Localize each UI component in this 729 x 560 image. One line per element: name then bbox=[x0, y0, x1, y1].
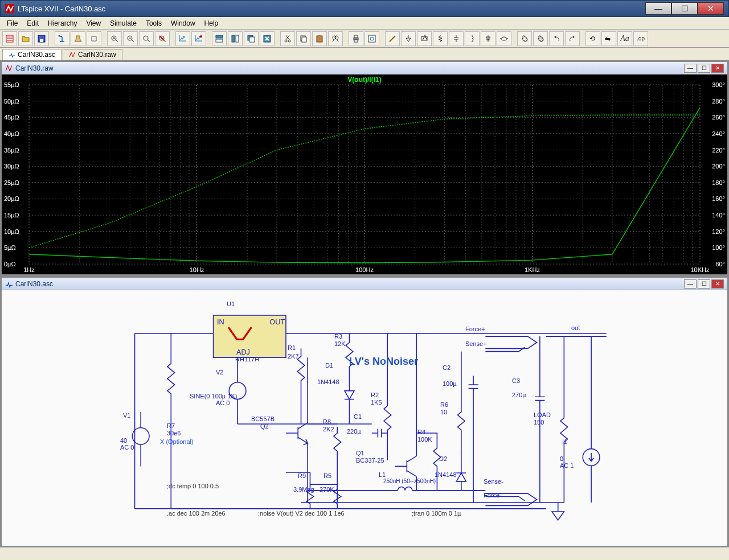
menu-window[interactable]: Window bbox=[166, 18, 200, 28]
menu-tools[interactable]: Tools bbox=[141, 18, 166, 28]
part-ref[interactable]: C3 bbox=[512, 377, 520, 384]
mdi-close-button[interactable]: ✕ bbox=[711, 279, 724, 289]
autorange-icon[interactable] bbox=[175, 31, 190, 46]
close-win-icon[interactable] bbox=[260, 31, 275, 46]
schematic-canvas[interactable]: IN OUT ADJ LV's NoNoiser U1 RH117H V2 SI… bbox=[2, 290, 727, 546]
part-value[interactable]: 2K2 bbox=[323, 426, 334, 433]
part-ref[interactable]: R3 bbox=[334, 333, 342, 340]
tab-schematic[interactable]: CarlN30.asc bbox=[2, 49, 62, 60]
spice-directive-icon[interactable]: .op bbox=[633, 31, 648, 46]
new-schematic-icon[interactable] bbox=[2, 31, 17, 46]
net-label[interactable]: Force+ bbox=[465, 326, 485, 332]
part-value[interactable]: 40 bbox=[120, 437, 127, 444]
part-value[interactable]: RH117H bbox=[235, 356, 259, 363]
drag-icon[interactable] bbox=[533, 31, 548, 46]
part-ref[interactable]: C1 bbox=[354, 413, 362, 420]
part-value[interactable]: 3.9Meg bbox=[293, 486, 314, 493]
diode-icon[interactable] bbox=[481, 31, 495, 46]
menu-edit[interactable]: Edit bbox=[22, 18, 43, 28]
ground-icon[interactable] bbox=[401, 31, 416, 46]
save-icon[interactable] bbox=[34, 31, 49, 46]
print-icon[interactable] bbox=[349, 31, 363, 46]
menu-hierarchy[interactable]: Hierarchy bbox=[43, 18, 81, 28]
tile-v-icon[interactable] bbox=[228, 31, 243, 46]
menu-file[interactable]: File bbox=[2, 18, 22, 28]
part-ref[interactable]: V2 bbox=[216, 369, 223, 376]
part-value[interactable]: 2K7 bbox=[288, 353, 299, 360]
part-ref[interactable]: Q1 bbox=[356, 450, 364, 456]
part-value[interactable]: 150 bbox=[534, 419, 544, 426]
tab-waveform[interactable]: CarlN30.raw bbox=[63, 49, 122, 60]
part-ref[interactable]: Q2 bbox=[260, 423, 269, 430]
spice-directive[interactable]: .ac dec 100 2m 20e6 bbox=[167, 510, 226, 517]
spice-directive[interactable]: ;noise V(out) V2 dec 100 1 1e6 bbox=[258, 510, 345, 517]
label-net-icon[interactable]: A bbox=[417, 31, 432, 46]
menu-view[interactable]: View bbox=[81, 18, 105, 28]
draw-wire-icon[interactable] bbox=[385, 31, 400, 46]
tile-h-icon[interactable] bbox=[212, 31, 227, 46]
pan-icon[interactable] bbox=[87, 31, 101, 46]
plot-window-titlebar[interactable]: CarlN30.raw — ☐ ✕ bbox=[2, 62, 727, 75]
part-ref[interactable]: R9 bbox=[298, 472, 306, 479]
part-ref[interactable]: C2 bbox=[443, 364, 450, 371]
zoom-fit-icon[interactable] bbox=[139, 31, 154, 46]
part-ref[interactable]: R8 bbox=[323, 418, 331, 425]
part-value[interactable]: AC 0 bbox=[216, 400, 230, 406]
find-icon[interactable] bbox=[328, 31, 343, 46]
resistor-icon[interactable] bbox=[433, 31, 448, 46]
part-ref[interactable]: I1 bbox=[562, 438, 567, 445]
part-ref[interactable]: U1 bbox=[227, 300, 235, 307]
part-value[interactable]: 10 bbox=[440, 409, 447, 415]
run-icon[interactable] bbox=[55, 31, 69, 46]
part-ref[interactable]: D1 bbox=[325, 362, 333, 369]
mirror-icon[interactable]: ⇋ bbox=[601, 31, 616, 46]
part-ref[interactable]: R1 bbox=[288, 344, 296, 351]
setup-icon[interactable] bbox=[364, 31, 379, 46]
part-value[interactable]: 12K bbox=[334, 340, 346, 347]
waveform-plot[interactable]: V(out)/I(I1) 0µΩ5µΩ10µΩ15µΩ20µΩ25µΩ30µΩ3… bbox=[2, 75, 727, 274]
part-value[interactable]: 100K bbox=[417, 436, 432, 443]
net-label[interactable]: Force- bbox=[484, 492, 502, 499]
menu-simulate[interactable]: Simulate bbox=[105, 18, 141, 28]
part-value[interactable]: 250nH (50-->500nH) bbox=[383, 478, 436, 484]
cascade-icon[interactable] bbox=[244, 31, 259, 46]
part-ref[interactable]: L1 bbox=[379, 471, 386, 478]
part-value[interactable]: BC337-25 bbox=[356, 457, 384, 464]
part-value[interactable]: 1N4148 bbox=[435, 471, 457, 478]
undo-icon[interactable] bbox=[549, 31, 564, 46]
comment[interactable]: X (Optional) bbox=[160, 438, 194, 445]
mdi-close-button[interactable]: ✕ bbox=[711, 64, 724, 73]
part-value[interactable]: 270K bbox=[320, 486, 334, 493]
inductor-icon[interactable] bbox=[465, 31, 480, 46]
part-value[interactable]: AC 1 bbox=[560, 462, 574, 469]
part-value[interactable]: 30e6 bbox=[167, 430, 181, 437]
open-icon[interactable] bbox=[18, 31, 33, 46]
spice-directive[interactable]: ;tran 0 100m 0 1µ bbox=[412, 510, 461, 517]
part-ref[interactable]: R7 bbox=[167, 422, 175, 429]
part-value[interactable]: AC 0 bbox=[120, 444, 134, 451]
part-value[interactable]: 270µ bbox=[512, 392, 526, 398]
schematic-window-titlebar[interactable]: CarlN30.asc — ☐ ✕ bbox=[2, 278, 727, 290]
part-value[interactable]: 0 bbox=[560, 455, 563, 462]
part-value[interactable]: 220µ bbox=[347, 428, 361, 435]
pick-trace-icon[interactable] bbox=[191, 31, 206, 46]
net-label[interactable]: out bbox=[571, 324, 580, 331]
zoom-in-icon[interactable] bbox=[107, 31, 122, 46]
part-ref[interactable]: LOAD bbox=[534, 411, 551, 418]
halt-icon[interactable] bbox=[71, 31, 85, 46]
maximize-button[interactable]: ☐ bbox=[671, 2, 698, 15]
part-ref[interactable]: D2 bbox=[439, 455, 447, 462]
part-value[interactable]: 1K5 bbox=[371, 399, 382, 406]
part-ref[interactable]: R6 bbox=[440, 401, 448, 408]
part-value[interactable]: BC557B bbox=[251, 415, 275, 422]
net-label[interactable]: Sense+ bbox=[465, 340, 487, 347]
zoom-back-icon[interactable] bbox=[155, 31, 170, 46]
part-ref[interactable]: R2 bbox=[371, 392, 379, 398]
paste-icon[interactable] bbox=[312, 31, 327, 46]
rotate-icon[interactable]: ⟲ bbox=[585, 31, 600, 46]
minimize-button[interactable]: — bbox=[645, 2, 671, 15]
part-value[interactable]: 100µ bbox=[443, 380, 457, 387]
part-ref[interactable]: R4 bbox=[417, 429, 425, 435]
capacitor-icon[interactable] bbox=[449, 31, 464, 46]
part-value[interactable]: 1N4148 bbox=[317, 378, 339, 385]
